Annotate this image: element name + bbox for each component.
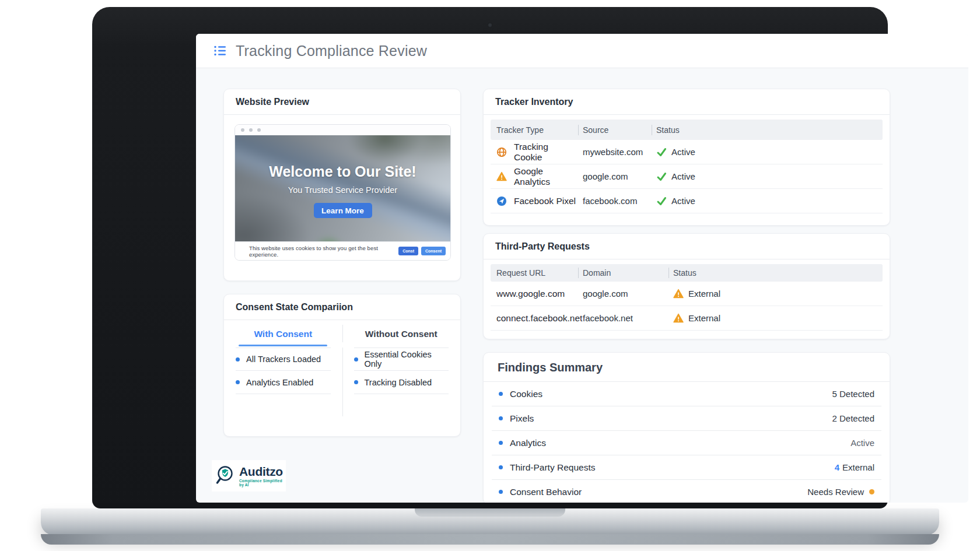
hero-title: Welcome to Our Site! [269,163,416,180]
list-item: Tracking Disabled [354,371,449,394]
hero-content: Welcome to Our Site! You Trusted Service… [235,135,450,241]
table-header: Tracker Type Source Status [491,120,883,140]
tracker-source: facebook.com [578,196,652,206]
tab-without-consent[interactable]: Without Consent [342,320,461,348]
finding-label: Pixels [510,413,534,424]
page-title: Tracking Compliance Review [236,43,427,59]
laptop-base [41,508,939,535]
divider [342,348,343,416]
bullet-icon [354,357,358,362]
bullet-icon [236,380,240,384]
list-item: Analytics Enabled [236,371,331,394]
finding-label: Cookies [510,389,542,399]
list-item-label: Analytics Enabled [246,378,313,387]
laptop-mockup: Tracking Compliance Review Website Previ… [0,0,980,551]
cookie-consent-button[interactable]: Consent [421,247,446,255]
tracker-source: google.com [578,171,652,181]
request-url: www.google.com [491,289,578,299]
window-dot [241,128,244,132]
laptop-bezel: Tracking Compliance Review Website Previ… [92,7,888,508]
tracker-status: Active [671,171,695,181]
warning-icon [673,313,684,324]
card-title: Website Preview [224,89,460,107]
warning-icon [673,289,684,299]
status-dot [869,489,874,494]
divider [224,114,460,115]
tracker-type: Google Analytics [514,166,578,187]
finding-value: External [842,462,874,472]
finding-label: Third-Party Requests [510,462,595,473]
bullet-icon [499,441,503,445]
finding-value: Active [850,438,874,448]
laptop-groove [415,508,565,517]
divider [484,114,890,115]
website-preview-card: Website Preview Welcome to Our Site! You… [223,89,461,281]
finding-label: Analytics [510,438,546,448]
consent-tabs: With Consent Without Consent [224,320,460,348]
finding-row: Third-Party Requests 4External [492,455,881,480]
bullet-icon [499,465,503,469]
list-menu-icon[interactable] [213,43,228,58]
card-title: Consent State Compariion [224,294,460,313]
brand-name: Auditzo [239,465,283,478]
tracker-inventory-card: Tracker Inventory Tracker Type Source St… [483,89,890,226]
card-title: Tracker Inventory [484,89,890,107]
cookie-tracker-icon [496,147,507,157]
column-header: Request URL [491,268,578,278]
column-header: Tracker Type [491,125,578,135]
tracker-status: Active [671,196,695,206]
tracker-type: Facebook Pixel [514,196,576,206]
magnifier-shield-icon [215,464,238,488]
hero-subtitle: You Trusted Service Provider [288,185,397,195]
tracker-type: Tracking Cookie [514,142,578,163]
laptop-camera [488,23,492,27]
laptop-base-edge [41,534,939,545]
cookie-banner: This website uses cookies to show you ge… [235,241,450,260]
tracker-status: Active [671,147,695,157]
request-domain: google.com [578,289,668,299]
bullet-icon [499,490,503,494]
request-status: External [688,289,720,299]
list-item: All Trackers Loaded [236,348,331,371]
learn-more-button[interactable]: Learn More [314,203,372,218]
column-header: Status [652,125,883,135]
logo-text: Auditzo Compliance Simplified by AI [239,465,283,487]
finding-value: 2 Detected [832,413,874,423]
findings-summary-card: Findings Summary Cookies 5 Detected Pixe… [483,352,890,503]
list-item: Essential Cookies Only [354,348,449,371]
finding-row: Consent Behavior Needs Review [492,480,881,503]
divider [484,259,890,259]
warning-icon [496,171,507,182]
finding-row: Cookies 5 Detected [492,382,881,406]
request-status: External [688,313,720,323]
finding-value: 5 Detected [832,389,874,399]
table-row: Tracking Cookie mywebsite.com Active [491,140,883,164]
facebook-icon [496,196,507,206]
check-icon [656,147,667,157]
brand-tagline: Compliance Simplified by AI [239,479,283,487]
column-header: Domain [578,268,668,278]
list-item-label: Essential Cookies Only [365,350,449,368]
finding-label: Consent Behavior [510,487,582,497]
column-header: Source [578,125,652,135]
request-domain: facebook.net [578,313,668,323]
table-row: www.google.com google.com External [491,282,883,306]
browser-mockup: Welcome to Our Site! You Trusted Service… [235,124,451,261]
hero-image: Welcome to Our Site! You Trusted Service… [235,135,450,241]
browser-window-controls [235,125,450,135]
bullet-icon [499,416,503,420]
tab-with-consent[interactable]: With Consent [224,320,342,348]
card-title: Third-Party Requests [484,234,890,252]
check-icon [656,196,667,206]
window-dot [257,128,261,132]
finding-row: Pixels 2 Detected [492,406,881,431]
window-dot [249,128,253,132]
bullet-icon [236,357,240,362]
cookie-banner-text: This website uses cookies to show you ge… [249,245,398,258]
without-consent-list: Essential Cookies Only Tracking Disabled [342,348,461,423]
bullet-icon [354,380,358,384]
auditzo-logo: Auditzo Compliance Simplified by AI [212,460,286,492]
cookie-consent-button[interactable]: Const [398,247,418,255]
request-url: connect.facebook.net [491,313,578,324]
app-window: Tracking Compliance Review Website Previ… [196,34,968,503]
